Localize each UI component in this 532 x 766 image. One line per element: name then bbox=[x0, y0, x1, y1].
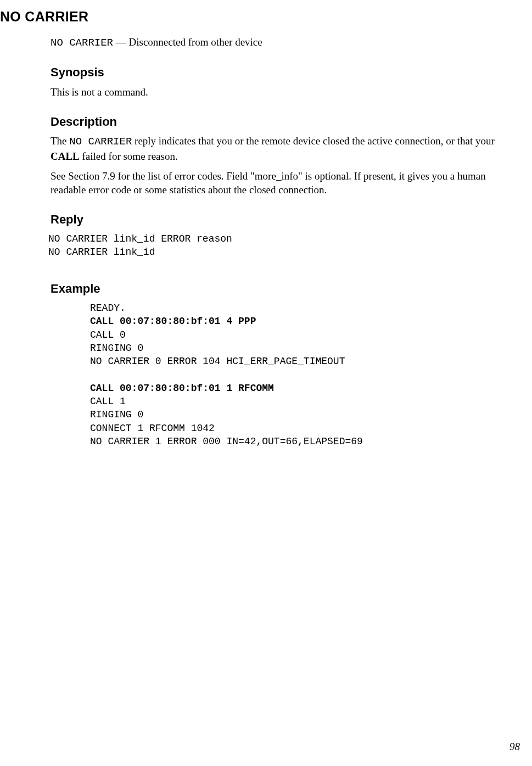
ex-line3: CALL 0 bbox=[90, 329, 126, 340]
ex-line7: CALL 1 bbox=[90, 396, 126, 407]
ex-line4: RINGING 0 bbox=[90, 343, 143, 354]
description-para2: See Section 7.9 for the list of error co… bbox=[51, 169, 520, 197]
purpose-desc: Disconnected from other device bbox=[129, 36, 262, 48]
description-heading: Description bbox=[51, 114, 520, 130]
synopsis-text: This is not a command. bbox=[51, 85, 520, 99]
desc-suffix: failed for some reason. bbox=[80, 150, 178, 162]
ex-line6: CALL 00:07:80:80:bf:01 1 RFCOMM bbox=[90, 383, 274, 394]
ex-line8: RINGING 0 bbox=[90, 409, 143, 420]
synopsis-heading: Synopsis bbox=[51, 64, 520, 81]
reply-line1: NO CARRIER link_id ERROR reason bbox=[48, 233, 232, 244]
example-heading: Example bbox=[51, 281, 520, 297]
reply-block: NO CARRIER link_id ERROR reason NO CARRI… bbox=[48, 232, 520, 259]
desc-mid: reply indicates that you or the remote d… bbox=[132, 135, 495, 147]
description-para1: The NO CARRIER reply indicates that you … bbox=[51, 134, 520, 163]
desc-cmd: NO CARRIER bbox=[69, 136, 132, 148]
command-name: NO CARRIER bbox=[51, 37, 113, 49]
ex-line2: CALL 00:07:80:80:bf:01 4 PPP bbox=[90, 316, 256, 327]
page-container: NO CARRIER NO CARRIER — Disconnected fro… bbox=[0, 0, 532, 448]
ex-line5: NO CARRIER 0 ERROR 104 HCI_ERR_PAGE_TIME… bbox=[90, 356, 345, 367]
desc-bold: CALL bbox=[51, 150, 80, 162]
content-area: NO CARRIER — Disconnected from other dev… bbox=[0, 35, 520, 448]
desc-prefix: The bbox=[51, 135, 69, 147]
purpose-line: NO CARRIER — Disconnected from other dev… bbox=[51, 35, 520, 51]
reply-heading: Reply bbox=[51, 211, 520, 228]
page-number: 98 bbox=[509, 740, 520, 754]
ex-line1: READY. bbox=[90, 303, 126, 314]
reply-line2: NO CARRIER link_id bbox=[48, 247, 155, 258]
ex-line10: NO CARRIER 1 ERROR 000 IN=42,OUT=66,ELAP… bbox=[90, 436, 363, 447]
example-block: READY. CALL 00:07:80:80:bf:01 4 PPP CALL… bbox=[90, 301, 520, 448]
ex-line9: CONNECT 1 RFCOMM 1042 bbox=[90, 423, 215, 434]
separator: — bbox=[113, 36, 129, 48]
page-title: NO CARRIER bbox=[0, 8, 520, 26]
